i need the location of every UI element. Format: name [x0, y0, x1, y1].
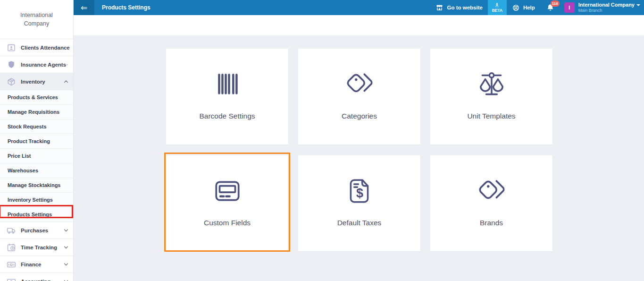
sidebar-item-inventory[interactable]: Inventory: [0, 73, 73, 90]
inventory-icon: [6, 77, 17, 87]
subitem-label: Manage Stocktakings: [8, 182, 60, 188]
sidebar-item-purchases[interactable]: Purchases: [0, 221, 73, 238]
card-label: Brands: [480, 219, 503, 227]
subitem-label: Products & Services: [8, 94, 58, 100]
card-unit-templates[interactable]: Unit Templates: [430, 49, 552, 145]
card-label: Unit Templates: [467, 112, 515, 120]
beta-button[interactable]: BETA: [488, 0, 507, 15]
subitem-label: Products Settings: [8, 212, 52, 217]
subitem-label: Warehouses: [8, 168, 38, 173]
finance-icon: [6, 259, 17, 270]
sidebar-item-finance[interactable]: Finance: [0, 255, 73, 272]
tags-icon: [476, 175, 507, 207]
account-menu[interactable]: I International Company Main Branch: [560, 0, 644, 15]
chevron-down-icon: [64, 246, 68, 249]
sidebar-item-label: Insurance Agents: [21, 62, 66, 68]
clients-attendance-icon: [6, 43, 17, 53]
sidebar-item-label: Time Tracking: [21, 245, 64, 250]
notifications-button[interactable]: 118: [540, 0, 560, 15]
card-label: Custom Fields: [204, 219, 251, 227]
go-to-website-label: Go to website: [447, 5, 482, 10]
sidebar-subitem-products-services[interactable]: Products & Services: [0, 90, 73, 104]
sidebar-collapse-button[interactable]: ⇐: [74, 0, 94, 15]
subitem-label: Product Tracking: [8, 138, 50, 144]
sidebar-subitem-inventory-settings[interactable]: Inventory Settings: [0, 192, 73, 207]
insurance-agents-icon: [6, 60, 17, 70]
tax-document-icon: $: [344, 175, 375, 207]
help-lifebuoy-icon: [512, 4, 520, 12]
logo-line2: Company: [24, 20, 50, 27]
collapse-arrow-icon: ⇐: [81, 3, 87, 13]
card-label: Categories: [342, 112, 377, 120]
sidebar-item-accounting[interactable]: Accounting: [0, 272, 73, 281]
sidebar-item-label: Clients Attendance: [21, 45, 70, 51]
sidebar-item-time-tracking[interactable]: Time Tracking: [0, 238, 73, 255]
card-default-taxes[interactable]: $ Default Taxes: [298, 155, 420, 251]
time-tracking-icon: [6, 242, 17, 253]
accounting-icon: [6, 276, 17, 281]
page-title: Products Settings: [102, 4, 151, 11]
toolbar-strip: [74, 15, 644, 35]
sidebar-subitem-warehouses[interactable]: Warehouses: [0, 163, 73, 178]
sidebar-item-label: Inventory: [21, 79, 64, 85]
form-fields-icon: [212, 175, 243, 207]
storefront-icon: [435, 4, 443, 12]
sidebar-item-label: Purchases: [21, 228, 64, 233]
card-categories[interactable]: Categories: [298, 49, 420, 145]
sidebar-subitem-price-list[interactable]: Price List: [0, 148, 73, 163]
sidebar-subitem-manage-requisitions[interactable]: Manage Requisitions: [0, 104, 73, 119]
barcode-icon: [212, 68, 243, 101]
top-bar: ⇐ Products Settings Go to website BETA: [74, 0, 644, 15]
rocket-icon: [494, 2, 500, 9]
help-button[interactable]: Help: [507, 0, 540, 15]
chevron-down-icon: [64, 280, 68, 281]
sidebar-subitem-manage-stocktakings[interactable]: Manage Stocktakings: [0, 178, 73, 192]
sidebar-item-label: Accounting: [21, 279, 64, 281]
sidebar-subitem-product-tracking[interactable]: Product Tracking: [0, 134, 73, 148]
go-to-website-button[interactable]: Go to website: [430, 0, 487, 15]
help-label: Help: [523, 5, 535, 10]
card-label: Barcode Settings: [199, 112, 255, 120]
card-label: Default Taxes: [337, 219, 382, 227]
card-custom-fields[interactable]: Custom Fields: [166, 155, 288, 251]
logo-line1: International: [20, 12, 53, 18]
chevron-up-icon: [64, 80, 68, 84]
svg-text:$: $: [356, 186, 363, 200]
sidebar-item-label: Finance: [21, 262, 64, 267]
sidebar: International Company Clients Attendance…: [0, 0, 74, 281]
sidebar-item-insurance-agents[interactable]: Insurance Agents: [0, 56, 73, 73]
sidebar-subitem-products-settings[interactable]: Products Settings: [0, 207, 73, 221]
beta-label: BETA: [492, 9, 503, 13]
account-name: International Company: [578, 2, 635, 8]
card-brands[interactable]: Brands: [430, 155, 552, 251]
notification-count-badge: 118: [551, 0, 560, 7]
top-bar-right: Go to website BETA Help: [430, 0, 644, 15]
purchases-icon: [6, 225, 17, 236]
app-window: International Company Clients Attendance…: [0, 0, 644, 281]
avatar: I: [564, 2, 575, 13]
chevron-down-icon: [64, 263, 68, 266]
subitem-label: Inventory Settings: [8, 197, 53, 203]
tags-icon: [344, 68, 375, 101]
company-logo[interactable]: International Company: [0, 0, 73, 39]
balance-scale-icon: [476, 68, 507, 101]
subitem-label: Stock Requests: [8, 124, 47, 129]
caret-down-icon: [636, 4, 640, 6]
subitem-label: Price List: [8, 153, 31, 159]
sidebar-item-clients-attendance[interactable]: Clients Attendance: [0, 39, 73, 56]
card-barcode-settings[interactable]: Barcode Settings: [166, 49, 288, 145]
account-branch: Main Branch: [578, 8, 640, 13]
subitem-label: Manage Requisitions: [8, 109, 59, 115]
chevron-down-icon: [64, 229, 68, 232]
sidebar-subitem-stock-requests[interactable]: Stock Requests: [0, 119, 73, 134]
chevron-down-icon: [66, 63, 68, 67]
